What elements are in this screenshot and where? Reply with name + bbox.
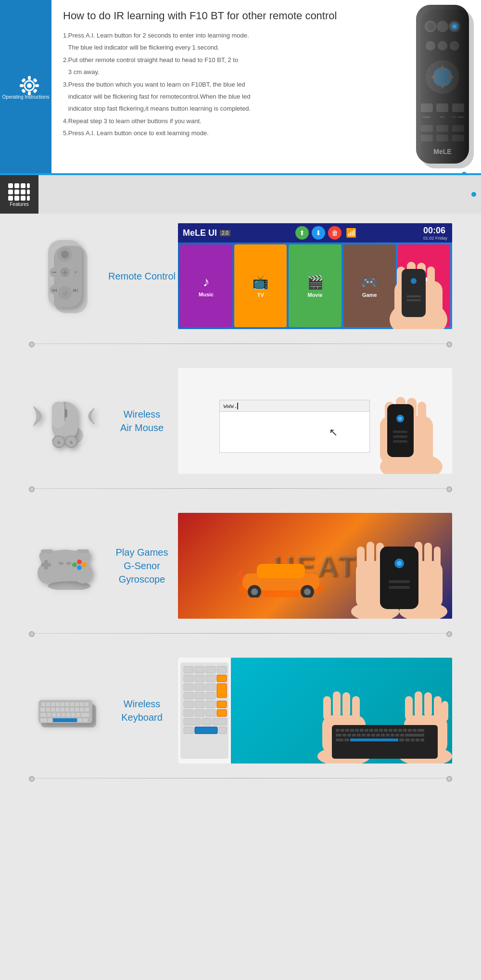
svg-rect-213: [405, 696, 413, 720]
hand-game-svg: [346, 522, 452, 619]
air-mouse-title: Wireless Air Mouse: [106, 407, 178, 434]
remote-control-feature-image: MeLE UI 2.0 ⬆ ⬇ 🗑 📶 00:06 01:02 Friday: [178, 223, 452, 329]
step-3b: indicator will be flickering fast for re…: [63, 91, 394, 102]
air-mouse-label-area: Wireless Air Mouse: [101, 407, 178, 434]
svg-point-78: [411, 278, 417, 284]
spacer-3: [0, 634, 481, 648]
svg-rect-176: [184, 666, 193, 673]
hand-remote-svg: [346, 242, 452, 329]
svg-rect-141: [41, 702, 45, 706]
svg-rect-49: [27, 190, 30, 194]
svg-rect-102: [393, 440, 407, 443]
svg-rect-235: [413, 729, 417, 732]
feature-games-row: Play Games G-Senor Gyroscope HEAT: [0, 503, 481, 633]
svg-rect-230: [389, 729, 392, 732]
svg-rect-182: [206, 675, 215, 682]
svg-rect-249: [395, 734, 399, 737]
divider-4: [29, 778, 452, 778]
svg-rect-164: [57, 713, 61, 717]
hand-keyboard-svg: [317, 658, 452, 764]
svg-rect-127: [357, 547, 365, 568]
svg-rect-115: [77, 549, 89, 553]
svg-rect-52: [21, 196, 25, 201]
divider-3: [29, 633, 452, 634]
svg-rect-171: [48, 718, 52, 722]
svg-point-122: [304, 588, 311, 595]
svg-rect-209: [342, 692, 350, 717]
hand-remote-overlay: [346, 242, 452, 329]
svg-rect-229: [384, 729, 388, 732]
svg-rect-194: [217, 701, 227, 708]
air-mouse-icon-area: 🖱 🖱: [29, 390, 101, 452]
svg-rect-172: [53, 718, 77, 722]
svg-rect-214: [415, 691, 422, 718]
svg-rect-179: [217, 666, 227, 673]
svg-rect-147: [70, 702, 74, 706]
svg-rect-168: [76, 713, 80, 717]
remote-device-image: Game Vol A.I. Learn MeLE: [404, 0, 481, 173]
step-1a: 1.Press A.I. Learn button for 2 seconds …: [63, 30, 394, 41]
svg-rect-128: [367, 542, 374, 566]
svg-rect-165: [62, 713, 65, 717]
cursor-caret: [237, 403, 238, 409]
ui-brand: MeLE UI: [183, 228, 217, 238]
svg-rect-184: [184, 684, 193, 690]
svg-rect-223: [355, 729, 359, 732]
svg-rect-204: [219, 727, 227, 734]
svg-rect-77: [402, 269, 426, 317]
svg-text:🖱: 🖱: [69, 440, 74, 445]
step-3a: 3.Press the button which you want to lea…: [63, 79, 394, 90]
svg-rect-185: [195, 684, 204, 690]
svg-rect-169: [81, 713, 89, 717]
svg-rect-220: [341, 729, 344, 732]
instructions-steps: 1.Press A.I. Learn button for 2 seconds …: [63, 30, 394, 139]
svg-rect-48: [21, 190, 25, 194]
keyboard-feature-image: [178, 658, 452, 764]
svg-rect-101: [393, 435, 407, 438]
svg-point-99: [398, 417, 402, 420]
svg-rect-50: [8, 196, 13, 201]
feature-remote-control-row: ✛ + ⏮ ↺ ⏭ Remote Control: [0, 214, 481, 344]
wireless-mouse-icon: 🖱 🖱: [34, 390, 96, 452]
air-mouse-feature-image: www. ↖: [178, 368, 452, 474]
svg-rect-138: [389, 586, 410, 589]
svg-rect-42: [8, 183, 13, 188]
feature-remote-control-wrapper: ✛ + ⏮ ↺ ⏭ Remote Control: [0, 214, 481, 793]
svg-rect-4: [20, 84, 24, 87]
divider-2: [29, 488, 452, 489]
ui-action-icons: ⬆ ⬇ 🗑 📶: [295, 226, 358, 240]
step-5: 5.Press A.I. Learn button once to exit l…: [63, 127, 394, 139]
ui-time-area: 00:06 01:02 Friday: [423, 226, 447, 241]
svg-rect-100: [393, 431, 407, 433]
feature-keyboard-row: Wireless Keyboard: [0, 648, 481, 778]
svg-rect-143: [51, 702, 55, 706]
ui-tile-music: ♪ Music: [180, 244, 232, 327]
games-icon-area: [29, 542, 101, 590]
svg-rect-145: [61, 702, 64, 706]
svg-text:⏮: ⏮: [51, 287, 57, 293]
svg-rect-41: [416, 5, 469, 164]
svg-rect-45: [27, 183, 30, 188]
svg-rect-234: [408, 729, 412, 732]
svg-point-1: [27, 83, 32, 88]
ui-tile-tv: 📺 TV: [234, 244, 287, 327]
ui-date: 01:02 Friday: [423, 236, 447, 241]
svg-rect-259: [420, 738, 424, 741]
step-3c: indicator stop fast flickering,it means …: [63, 103, 394, 114]
step-1b: The blue led indicator will be flickerin…: [63, 42, 394, 53]
step-2a: 2.Put other remote control straight head…: [63, 54, 394, 65]
svg-rect-199: [184, 718, 201, 725]
svg-rect-47: [14, 190, 19, 194]
svg-rect-107: [41, 563, 51, 567]
svg-text:✛: ✛: [63, 269, 67, 276]
keyboard-title: Wireless Keyboard: [106, 697, 178, 724]
svg-rect-251: [405, 734, 424, 737]
svg-rect-247: [386, 734, 390, 737]
spacer-1: [0, 344, 481, 358]
games-feature-image: HEAT: [178, 513, 452, 619]
svg-point-108: [77, 560, 82, 564]
svg-rect-252: [336, 738, 343, 741]
svg-rect-137: [389, 580, 410, 583]
hand-airmouse-svg: [342, 387, 452, 474]
svg-rect-173: [78, 718, 82, 722]
